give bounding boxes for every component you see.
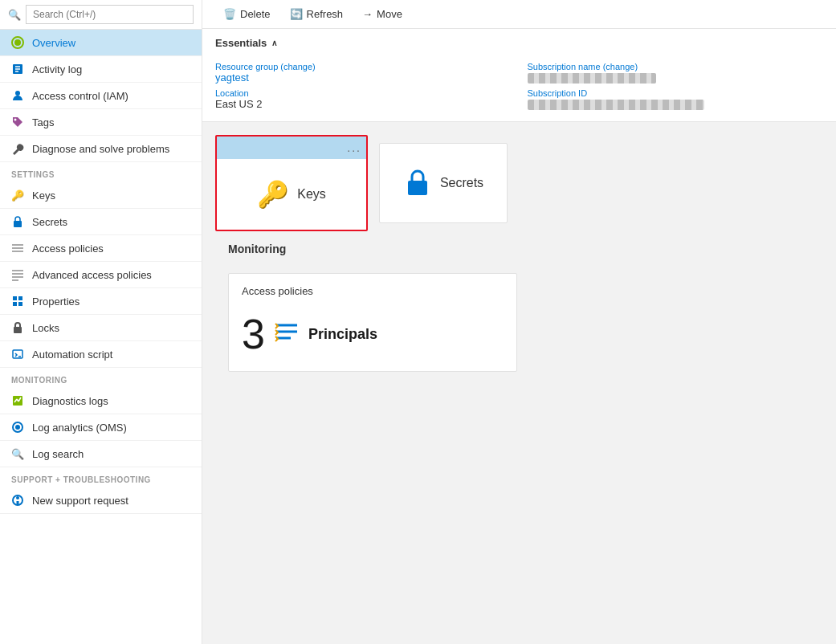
svg-rect-18	[13, 302, 17, 306]
subscription-name-value	[528, 71, 824, 84]
sidebar-item-diagnostics-logs[interactable]: Diagnostics logs	[0, 388, 202, 414]
essentials-header: Essentials ∧	[215, 37, 823, 49]
keys-tile-icon: 🔑	[257, 179, 289, 210]
resource-group-label: Resource group (change)	[215, 62, 512, 71]
support-icon	[11, 494, 24, 507]
sidebar-item-tags[interactable]: Tags	[0, 109, 202, 136]
monitoring-count-row: 3 Principals	[242, 313, 504, 355]
sidebar-item-keys[interactable]: 🔑 Keys	[0, 182, 202, 209]
svg-point-28	[15, 425, 20, 430]
sidebar-item-label: Automation script	[32, 348, 112, 361]
logsearch-icon: 🔍	[11, 447, 24, 460]
sidebar-item-diagnose[interactable]: Diagnose and solve problems	[0, 136, 202, 162]
monitoring-section-title: Monitoring	[215, 243, 823, 262]
sidebar-item-label: Access control (IAM)	[32, 90, 128, 102]
essentials-section: Essentials ∧ Resource group (change) yag…	[202, 29, 836, 122]
sidebar-item-label: Log analytics (OMS)	[32, 422, 127, 434]
secrets-tile[interactable]: Secrets	[379, 143, 508, 223]
sidebar-item-log-analytics[interactable]: Log analytics (OMS)	[0, 414, 202, 441]
svg-rect-17	[18, 296, 22, 300]
refresh-label: Refresh	[307, 8, 344, 20]
iam-icon	[11, 89, 24, 102]
svg-rect-12	[12, 270, 23, 271]
auto-icon	[11, 348, 24, 361]
sidebar-item-label: Access policies	[32, 243, 104, 255]
tile-dots[interactable]: ...	[347, 141, 361, 154]
oms-icon	[11, 421, 24, 434]
sidebar-item-label: Activity log	[32, 63, 82, 75]
sidebar-item-locks[interactable]: Locks	[0, 315, 202, 341]
tiles-row-main: ... 🔑 Keys Secrets	[215, 135, 823, 231]
svg-rect-11	[12, 251, 23, 252]
sidebar-item-advanced-access-policies[interactable]: Advanced access policies	[0, 262, 202, 288]
svg-rect-8	[14, 221, 22, 227]
svg-point-6	[15, 91, 20, 96]
sidebar-item-label: Overview	[32, 37, 75, 49]
chevron-up-icon: ∧	[271, 39, 277, 47]
subscription-name-redacted	[528, 73, 656, 84]
keys-tile-label: Keys	[297, 187, 326, 202]
sidebar-item-access-control[interactable]: Access control (IAM)	[0, 83, 202, 109]
svg-rect-19	[18, 302, 22, 306]
key-icon: 🔑	[11, 189, 24, 202]
move-label: Move	[377, 8, 402, 20]
delete-button[interactable]: 🗑️ Delete	[215, 5, 279, 23]
sidebar-item-label: Secrets	[32, 216, 67, 228]
search-icon: 🔍	[8, 9, 21, 21]
subscription-name-label: Subscription name (change)	[528, 62, 824, 71]
location-label: Location	[215, 88, 512, 98]
secrets-tile-body: Secrets	[380, 144, 507, 222]
log-icon	[11, 63, 24, 75]
sidebar-item-label: Locks	[32, 322, 59, 334]
search-input[interactable]	[26, 5, 194, 24]
secrets-tile-icon	[403, 168, 432, 199]
sidebar-item-label: Properties	[32, 296, 80, 308]
refresh-button[interactable]: 🔄 Refresh	[282, 5, 352, 23]
svg-rect-10	[12, 247, 23, 249]
sidebar-item-label: Diagnose and solve problems	[32, 143, 169, 155]
settings-section-label: SETTINGS	[0, 162, 202, 182]
wrench-icon	[11, 142, 24, 155]
svg-point-1	[14, 39, 21, 46]
essentials-title: Essentials	[215, 37, 267, 49]
prop-icon	[11, 295, 24, 308]
sidebar-item-access-policies[interactable]: Access policies	[0, 235, 202, 262]
svg-point-30	[16, 496, 19, 499]
svg-point-7	[14, 119, 17, 121]
sidebar-item-overview[interactable]: Overview	[0, 30, 202, 56]
principals-icon	[275, 320, 299, 348]
location-value: East US 2	[215, 98, 512, 110]
lock-icon	[11, 321, 24, 334]
tag-icon	[11, 116, 24, 128]
svg-rect-14	[12, 276, 23, 278]
sidebar-item-secrets[interactable]: Secrets	[0, 209, 202, 235]
sidebar-item-activity-log[interactable]: Activity log	[0, 56, 202, 83]
sidebar-item-automation-script[interactable]: Automation script	[0, 341, 202, 368]
access-policies-tile[interactable]: Access policies 3 Principals	[228, 273, 517, 372]
svg-rect-9	[12, 244, 23, 246]
monitoring-count: 3	[242, 313, 265, 355]
sidebar-item-log-search[interactable]: 🔍 Log search	[0, 441, 202, 467]
secrets-tile-label: Secrets	[440, 176, 483, 190]
sidebar-item-label: Tags	[32, 116, 54, 128]
search-box[interactable]: 🔍	[0, 0, 202, 30]
monitoring-sub-label: Principals	[308, 326, 377, 343]
essentials-col2: Subscription name (change) Subscription …	[528, 57, 824, 110]
svg-rect-15	[12, 279, 18, 281]
diag-icon	[11, 394, 24, 407]
svg-rect-20	[14, 327, 22, 333]
resource-group-value[interactable]: yagtest	[215, 71, 512, 84]
policy-icon	[11, 242, 24, 255]
monitoring-tile-title: Access policies	[242, 285, 504, 297]
sidebar-item-label: New support request	[32, 495, 128, 507]
svg-rect-13	[12, 273, 23, 275]
svg-rect-32	[408, 181, 427, 195]
sidebar-item-new-support[interactable]: New support request	[0, 487, 202, 514]
adv-policy-icon	[11, 268, 24, 281]
svg-rect-21	[13, 350, 22, 358]
keys-tile[interactable]: ... 🔑 Keys	[215, 135, 368, 231]
move-button[interactable]: → Move	[354, 5, 410, 23]
sidebar-item-label: Log search	[32, 448, 84, 460]
svg-rect-16	[13, 296, 17, 300]
sidebar-item-properties[interactable]: Properties	[0, 288, 202, 315]
